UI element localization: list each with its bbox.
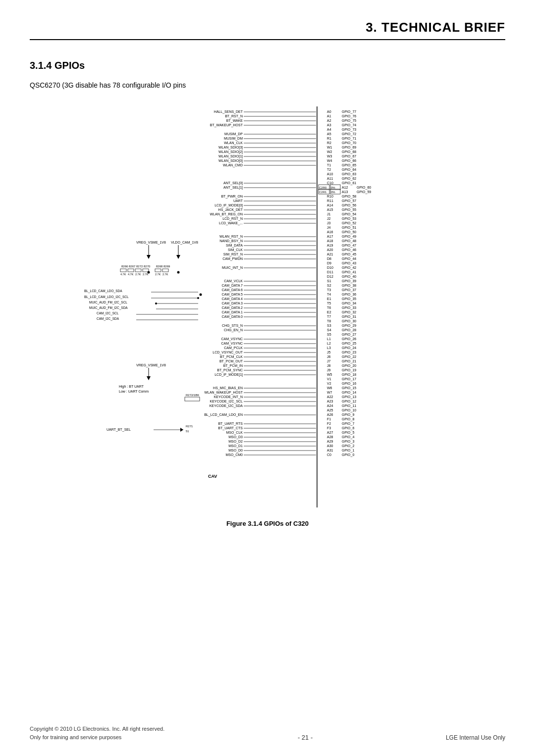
pin-j3: J3 bbox=[327, 221, 331, 225]
gpio-32: GPIO_32 bbox=[342, 310, 356, 314]
sig-bl-lcd-cam-ldo-sda: BL_LCD_CAM_LDO_SDA bbox=[84, 289, 122, 293]
gpio-19: GPIO_19 bbox=[342, 368, 356, 372]
gpio-52: GPIO_52 bbox=[342, 221, 356, 225]
signal-wlan-sdio1: WLAN_SDIO[1] bbox=[218, 154, 243, 158]
pin-s4: S4 bbox=[327, 328, 331, 332]
gpio-50: GPIO_50 bbox=[342, 230, 356, 234]
c2r1pct-label: 0% bbox=[331, 191, 335, 194]
gpio-68: GPIO_68 bbox=[342, 150, 356, 154]
gpio-44: GPIO_44 bbox=[342, 257, 356, 261]
pin-v1: V1 bbox=[327, 377, 331, 381]
svg-rect-74 bbox=[143, 269, 149, 272]
svg-marker-68 bbox=[147, 255, 151, 259]
pin-a25: A25 bbox=[327, 408, 333, 412]
signal-bt-wakeup-host: BT_WAKEUP_HOST bbox=[210, 123, 243, 127]
svg-rect-90 bbox=[185, 397, 200, 401]
gpio-75: GPIO_75 bbox=[342, 119, 356, 123]
gpio-16: GPIO_16 bbox=[342, 382, 356, 386]
pin-w2: W2 bbox=[327, 150, 332, 153]
signal-chg-en-n: CHG_EN_N bbox=[224, 328, 243, 332]
signal-muic-int-n: MUIC_INT_N bbox=[222, 266, 243, 270]
gpio-0: GPIO_0 bbox=[342, 453, 354, 457]
signal-lcd-if-mode0: LCD_IF_MODE[0] bbox=[214, 203, 243, 207]
signal-mso-d3: MSO_D3 bbox=[228, 435, 243, 439]
section-name: GPIOs bbox=[54, 60, 85, 71]
gpio-61: GPIO_61 bbox=[342, 181, 356, 185]
gpio-34: GPIO_34 bbox=[342, 302, 356, 305]
gpio-48: GPIO_48 bbox=[342, 239, 356, 243]
pin-r1: R1 bbox=[327, 137, 331, 140]
signal-sim-clk: SIM_CLK bbox=[228, 248, 243, 252]
signal-hs-jack-det: HS_JACK_DET bbox=[218, 208, 243, 212]
pin-a11: A11 bbox=[327, 177, 333, 180]
gpio-21: GPIO_21 bbox=[342, 359, 356, 363]
c2r1-label: 0% bbox=[331, 186, 335, 189]
footer-page-number: - 21 - bbox=[298, 734, 313, 741]
footer-purpose: Only for training and service purposes bbox=[30, 733, 164, 742]
svg-point-82 bbox=[197, 297, 199, 299]
pin-t7: T7 bbox=[327, 315, 331, 318]
signal-cam-vsync: CAM_VSYNC bbox=[221, 342, 243, 346]
pin-a21: A21 bbox=[327, 252, 333, 256]
pin-f3: F3 bbox=[327, 426, 331, 430]
res-8268: 8268 bbox=[156, 265, 163, 268]
gpio-58: GPIO_58 bbox=[342, 195, 356, 199]
vreg-label: VREG_VSME_1V8 bbox=[136, 241, 166, 245]
uart-bt-sel-label: UART_BT_SEL bbox=[107, 428, 131, 432]
signal-bt-uart-cts: BT_UART_CTS bbox=[218, 426, 243, 430]
pin-f1: F1 bbox=[327, 417, 331, 421]
pin-w7: W7 bbox=[327, 391, 332, 394]
gpio-42: GPIO_42 bbox=[342, 266, 356, 270]
gpio-8: GPIO_8 bbox=[342, 417, 354, 421]
pin-r2: R2 bbox=[327, 141, 331, 145]
r271-label: R271 bbox=[186, 425, 193, 428]
pin-a15: A15 bbox=[327, 208, 333, 211]
gpio-23: GPIO_23 bbox=[342, 351, 356, 354]
page-container: 3. TECHNICAL BRIEF 3.1.4 GPIOs QSC6270 (… bbox=[0, 0, 535, 756]
signal-lcd-rst-n: LCD_RST_N bbox=[222, 217, 243, 221]
sig-cam-i2c-scl: CAM_I2C_SCL bbox=[97, 311, 119, 315]
figure-caption: Figure 3.1.4 GPIOs of C320 bbox=[30, 520, 505, 527]
gpio-51: GPIO_51 bbox=[342, 226, 356, 230]
gpio-41: GPIO_41 bbox=[342, 270, 356, 274]
pin-c0: C0 bbox=[327, 453, 331, 456]
res-8272: 8272 bbox=[136, 265, 143, 268]
signal-bt-pcm-clk: BT_PCM_CLK bbox=[220, 355, 243, 359]
signal-mso-d1: MSO_D1 bbox=[228, 444, 243, 448]
pin-j9: J9 bbox=[327, 368, 331, 372]
gpio-1: GPIO_1 bbox=[342, 449, 354, 453]
signal-keycode-int-n: KEYCODE_INT_N bbox=[214, 395, 243, 399]
gpio-45: GPIO_45 bbox=[342, 252, 356, 256]
signal-uart: UART bbox=[233, 199, 243, 202]
signal-cam-data5: CAM_DATA 5 bbox=[221, 293, 243, 297]
svg-point-77 bbox=[148, 271, 150, 274]
svg-marker-89 bbox=[147, 376, 151, 380]
gpio-25: GPIO_25 bbox=[342, 342, 356, 346]
gpio-56: GPIO_56 bbox=[342, 203, 356, 207]
pin-e2: E2 bbox=[327, 310, 331, 314]
gpio-70: GPIO_70 bbox=[342, 141, 356, 145]
r272-label: R272/1BK bbox=[186, 394, 199, 397]
signal-wlan-rst-n: WLAN_RST_N bbox=[219, 235, 243, 239]
gpio-59: GPIO_59 bbox=[357, 190, 371, 194]
signal-ant-sel1: ANT_SEL[1] bbox=[223, 186, 243, 190]
gpio-37: GPIO_37 bbox=[342, 288, 356, 292]
pin-a4: A4 bbox=[327, 128, 331, 131]
gpio-2: GPIO_2 bbox=[342, 444, 354, 448]
gpio-15: GPIO_15 bbox=[342, 386, 356, 390]
pin-a20: A20 bbox=[327, 248, 333, 252]
signal-cam-vsync2: CAM_VSYNC bbox=[221, 337, 243, 341]
signal-cam-pclk: CAM_PCLK bbox=[224, 346, 243, 350]
high-label: High : BT UART bbox=[119, 385, 144, 389]
pin-a12: A12 bbox=[342, 186, 348, 189]
signal-cam-data3: CAM_DATA 3 bbox=[221, 302, 243, 305]
svg-rect-71 bbox=[120, 269, 126, 272]
gpio-66: GPIO_66 bbox=[342, 159, 356, 163]
gpio-26: GPIO_26 bbox=[342, 337, 356, 341]
pin-l2: L2 bbox=[327, 342, 331, 345]
gpio-64: GPIO_64 bbox=[342, 168, 356, 172]
gpio-72: GPIO_72 bbox=[342, 132, 356, 136]
signal-cam-data6: CAM_DATA 6 bbox=[221, 288, 243, 292]
gpio-67: GPIO_67 bbox=[342, 154, 356, 158]
signal-cam-vclk: CAM_VCLK bbox=[224, 279, 243, 283]
